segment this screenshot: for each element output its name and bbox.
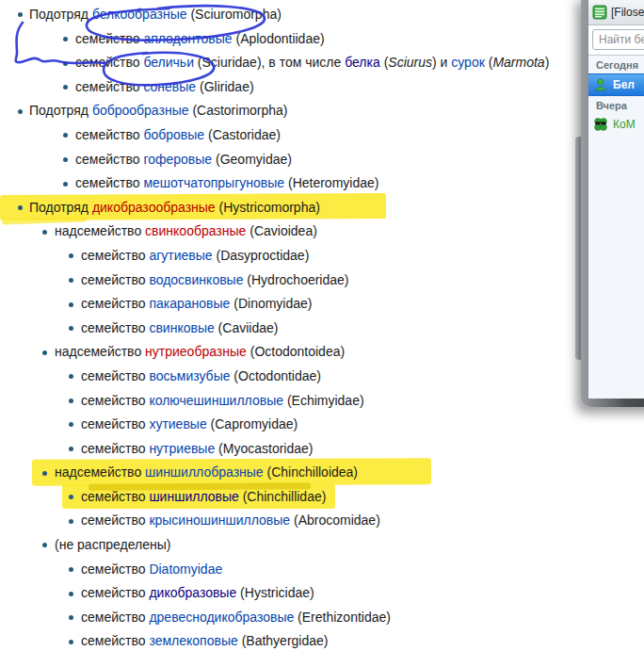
text-segment: (Sciuromorpha)	[187, 7, 282, 22]
text-segment: (Bathyergidae)	[238, 633, 329, 648]
list-item: семейство гоферовые (Geomyidae)	[0, 148, 644, 172]
taxon-link[interactable]: древеснодикобразовые	[149, 610, 294, 625]
taxon-link[interactable]: сурок	[451, 55, 485, 70]
taxon-link[interactable]: Diatomyidae	[149, 561, 222, 577]
list-item: семейство мешотчатопрыгуновые (Heteromyi…	[0, 171, 644, 196]
text-segment: (Echimyidae)	[283, 393, 364, 408]
list-item: надсемейство шиншиллобразные (Chinchillo…	[0, 461, 644, 485]
clover-sunglasses-icon	[593, 117, 608, 132]
text-segment: (Octodontoidea)	[247, 344, 345, 359]
list-item: семейство восьмизубые (Octodontidae)	[0, 365, 644, 389]
list-item: семейство водосвинковые (Hydrochoeridae)	[0, 269, 644, 293]
bullet-icon	[63, 85, 68, 90]
taxon-link[interactable]: беличьи	[143, 55, 194, 70]
taxon-link[interactable]: боброобразные	[92, 103, 189, 118]
section-label-yesterday: Вчера	[588, 96, 644, 114]
text-segment: (Caviidae)	[215, 320, 279, 335]
chat-window-body: [Filose Найти бе Сегодня Бел Вчера	[588, 0, 644, 399]
bullet-icon	[69, 592, 73, 596]
bullet-icon	[69, 447, 73, 451]
notes-list-icon	[592, 5, 607, 20]
text-segment: семейство	[81, 633, 149, 648]
bullet-icon	[63, 37, 68, 41]
taxon-link[interactable]: нутриевые	[149, 441, 215, 456]
list-item: семейство шиншилловые (Chinchillidae)	[0, 485, 644, 510]
text-segment: семейство	[81, 320, 149, 335]
taxon-link[interactable]: мешотчатопрыгуновые	[143, 175, 284, 190]
list-item: семейство хутиевые (Capromyidae)	[0, 413, 644, 437]
person-icon	[593, 77, 608, 92]
text-segment: семейство	[75, 175, 143, 190]
taxon-link[interactable]: белкообразные	[92, 7, 187, 22]
text-segment: (Hystricomorpha)	[216, 200, 320, 215]
list-item: семейство крысиношиншилловые (Abrocomida…	[0, 509, 644, 533]
list-item: семейство колючешиншилловые (Echimyidae)	[0, 389, 644, 414]
taxon-link[interactable]: свинковые	[149, 320, 214, 335]
taxon-link[interactable]: колючешиншилловые	[149, 393, 283, 408]
contact-list: Сегодня Бел Вчера	[588, 55, 644, 399]
text-segment: (Hydrochoeridae)	[243, 272, 348, 287]
text-segment: семейство	[81, 441, 149, 456]
list-item: Подотряд белкообразные (Sciuromorpha)	[0, 3, 644, 27]
taxon-link[interactable]: бобровые	[143, 127, 204, 142]
text-segment: надсемейство	[55, 223, 145, 238]
list-item: Подотряд дикобразообразные (Hystricomorp…	[0, 196, 644, 220]
text-segment: семейство	[75, 31, 143, 46]
window-titlebar[interactable]: [Filose	[588, 0, 644, 25]
taxon-link[interactable]: гоферовые	[143, 152, 212, 167]
bullet-icon	[69, 422, 73, 427]
taxon-link[interactable]: землекоповые	[149, 633, 237, 648]
text-segment: надсемейство	[55, 464, 145, 480]
text-segment: семейство	[81, 416, 149, 431]
taxon-link[interactable]: крысиношиншилловые	[149, 513, 290, 528]
text-segment: Подотряд	[29, 103, 92, 118]
taxon-link[interactable]: дикобразовые	[149, 585, 236, 600]
text-segment: семейство	[81, 585, 149, 600]
bullet-icon	[69, 640, 73, 644]
bullet-icon	[69, 374, 73, 379]
bullet-icon	[69, 302, 73, 307]
text-segment: (Myocastoridae)	[215, 441, 313, 456]
chat-client-area: Найти бе Сегодня Бел Вчера	[588, 25, 644, 399]
taxon-link[interactable]: шиншиллобразные	[145, 464, 264, 480]
text-segment: (Heteromyidae)	[284, 175, 378, 190]
text-segment: (Capromyidae)	[207, 416, 298, 431]
contact-name: КоМ	[613, 118, 636, 131]
bullet-icon	[69, 278, 73, 283]
taxon-link[interactable]: соневые	[143, 79, 196, 94]
taxon-link[interactable]: белка	[345, 55, 380, 70]
text-segment: семейство	[81, 248, 149, 263]
bullet-icon	[63, 61, 68, 66]
text-segment: (Cavioidea)	[246, 223, 316, 238]
search-input[interactable]: Найти бе	[592, 29, 644, 50]
taxon-link[interactable]: нутриеобразные	[145, 344, 247, 359]
taxon-link[interactable]: аплодонтовые	[143, 31, 232, 46]
contact-row[interactable]: Бел	[588, 73, 644, 96]
list-item: семейство древеснодикобразовые (Erethizo…	[0, 606, 644, 630]
text-segment: (Sciuridae), в том числе	[194, 55, 345, 70]
taxon-link[interactable]: дикобразообразные	[92, 200, 216, 215]
text-segment: семейство	[81, 272, 149, 287]
bullet-icon	[18, 205, 23, 210]
taxon-link[interactable]: шиншилловые	[149, 489, 238, 504]
taxon-link[interactable]: пакарановые	[149, 296, 230, 311]
list-item: надсемейство нутриеобразные (Octodontoid…	[0, 340, 644, 365]
text-segment: семейство	[81, 561, 149, 577]
bullet-icon	[69, 495, 73, 499]
taxon-link[interactable]: агутиевые	[149, 248, 212, 263]
bullet-icon	[63, 182, 68, 187]
text-segment: семейство	[75, 55, 143, 70]
list-item: семейство соневые (Gliridae)	[0, 75, 644, 100]
list-item: семейство беличьи (Sciuridae), в том чис…	[0, 51, 644, 75]
contact-row[interactable]: КоМ	[588, 114, 644, 135]
taxon-link[interactable]: водосвинковые	[149, 272, 243, 287]
taxon-link[interactable]: свинкообразные	[145, 223, 246, 238]
text-segment: (Chinchilloidea)	[264, 464, 358, 480]
taxon-link[interactable]: восьмизубые	[149, 368, 230, 383]
text-segment: (Dasyproctidae)	[213, 248, 310, 263]
text-segment: семейство	[81, 296, 149, 311]
text-segment: семейство	[75, 127, 143, 142]
taxon-link[interactable]: хутиевые	[149, 416, 206, 431]
text-segment: (Gliridae)	[196, 79, 253, 94]
taxonomy-list: Подотряд белкообразные (Sciuromorpha)сем…	[0, 0, 644, 651]
